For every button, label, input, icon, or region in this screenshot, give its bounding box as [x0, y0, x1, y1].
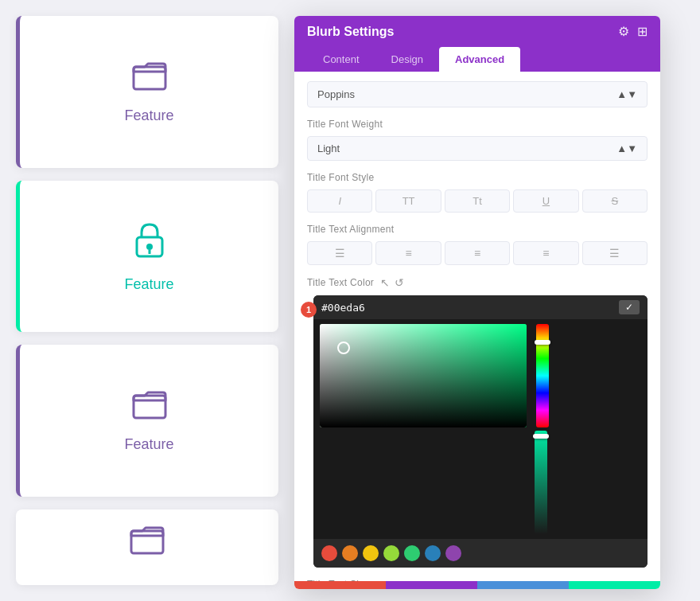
font-style-italic[interactable]: I — [307, 189, 372, 213]
color-controls — [313, 319, 648, 539]
font-weight-chevron: ▲▼ — [616, 142, 637, 154]
tab-design[interactable]: Design — [375, 47, 439, 72]
panel-body: Poppins ▲▼ Title Font Weight Light ▲▼ Ti… — [294, 72, 660, 581]
color-row-icons: ↖ ↺ — [380, 276, 404, 289]
font-weight-select[interactable]: Light ▲▼ — [307, 136, 648, 161]
tab-advanced[interactable]: Advanced — [439, 47, 520, 72]
color-confirm-btn[interactable]: ✓ — [619, 300, 640, 314]
color-swatches — [313, 539, 648, 568]
feature-card-1: Feature — [16, 16, 278, 168]
svg-rect-11 — [320, 324, 527, 427]
font-weight-label: Title Font Weight — [307, 119, 648, 130]
panel-tabs: Content Design Advanced — [294, 47, 660, 72]
color-row: Title Text Color ↖ ↺ — [307, 276, 648, 289]
color-input-row: ✓ — [313, 295, 648, 319]
color-hex-input[interactable] — [321, 302, 619, 314]
color-label: Title Text Color — [307, 277, 374, 288]
font-family-chevron: ▲▼ — [616, 88, 637, 100]
font-style-strikethrough[interactable]: S — [582, 189, 648, 213]
undo-button[interactable]: ↺ — [386, 581, 477, 589]
font-family-select[interactable]: Poppins ▲▼ — [307, 81, 648, 107]
panel-header: Blurb Settings ⚙ ⊞ — [294, 16, 660, 47]
folder-icon-3 — [130, 388, 169, 428]
settings-cog-icon[interactable]: ⚙ — [618, 24, 629, 39]
svg-rect-0 — [134, 67, 165, 89]
color-picker[interactable]: ✓ — [313, 295, 648, 568]
folder-icon-1 — [130, 59, 169, 100]
color-picker-wrapper: 1 ✓ — [307, 295, 648, 568]
font-family-value: Poppins — [317, 88, 355, 100]
align-left[interactable]: ☰ — [307, 241, 372, 265]
svg-point-2 — [146, 244, 153, 250]
swatch-purple[interactable] — [445, 545, 461, 561]
color-badge: 1 — [301, 302, 317, 318]
feature-label-3: Feature — [124, 436, 173, 453]
folder-icon-4 — [128, 523, 166, 564]
confirm-button[interactable]: ✓ — [569, 581, 660, 589]
color-gradient-area[interactable] — [320, 324, 527, 427]
feature-card-4 — [16, 509, 278, 585]
alignment-group: ☰ ≡ ≡ ≡ ☰ — [307, 241, 648, 265]
feature-card-2: Feature — [16, 181, 278, 333]
align-center-left[interactable]: ≡ — [375, 241, 441, 265]
alpha-bar[interactable] — [535, 431, 547, 534]
action-bar: ✕ ↺ ↻ ✓ — [294, 581, 660, 589]
swatch-green[interactable] — [404, 545, 420, 561]
swatch-red[interactable] — [321, 545, 337, 561]
panel-header-icons: ⚙ ⊞ — [618, 24, 648, 39]
reset-color-icon[interactable]: ↺ — [395, 276, 404, 289]
swatch-orange[interactable] — [342, 545, 358, 561]
background-cards: Feature Feature Feature — [0, 0, 294, 601]
align-center[interactable]: ≡ — [445, 241, 510, 265]
align-center-right[interactable]: ≡ — [513, 241, 578, 265]
font-weight-value: Light — [317, 142, 340, 154]
font-style-group: I TT Tt U S — [307, 189, 648, 213]
font-style-uppercase[interactable]: TT — [375, 189, 441, 213]
lock-icon — [132, 220, 167, 268]
align-right[interactable]: ☰ — [582, 241, 648, 265]
text-alignment-label: Title Text Alignment — [307, 224, 648, 235]
swatch-blue[interactable] — [425, 545, 441, 561]
swatch-lime[interactable] — [383, 545, 399, 561]
color-bars — [531, 324, 549, 534]
svg-rect-5 — [131, 531, 163, 553]
feature-label-1: Feature — [124, 107, 173, 124]
cancel-button[interactable]: ✕ — [294, 581, 386, 589]
feature-card-3: Feature — [16, 345, 278, 497]
feature-label-2: Feature — [124, 276, 173, 293]
font-style-capitalize[interactable]: Tt — [445, 189, 510, 213]
svg-rect-4 — [134, 396, 165, 418]
hue-bar[interactable] — [536, 324, 549, 427]
cursor-icon[interactable]: ↖ — [380, 276, 390, 289]
columns-icon[interactable]: ⊞ — [637, 24, 648, 39]
tab-content[interactable]: Content — [307, 47, 375, 72]
font-style-underline[interactable]: U — [513, 189, 578, 213]
settings-panel: Blurb Settings ⚙ ⊞ Content Design Advanc… — [294, 16, 660, 589]
panel-title: Blurb Settings — [307, 25, 394, 39]
swatch-yellow[interactable] — [363, 545, 379, 561]
redo-button[interactable]: ↻ — [477, 581, 569, 589]
font-style-label: Title Font Style — [307, 172, 648, 183]
